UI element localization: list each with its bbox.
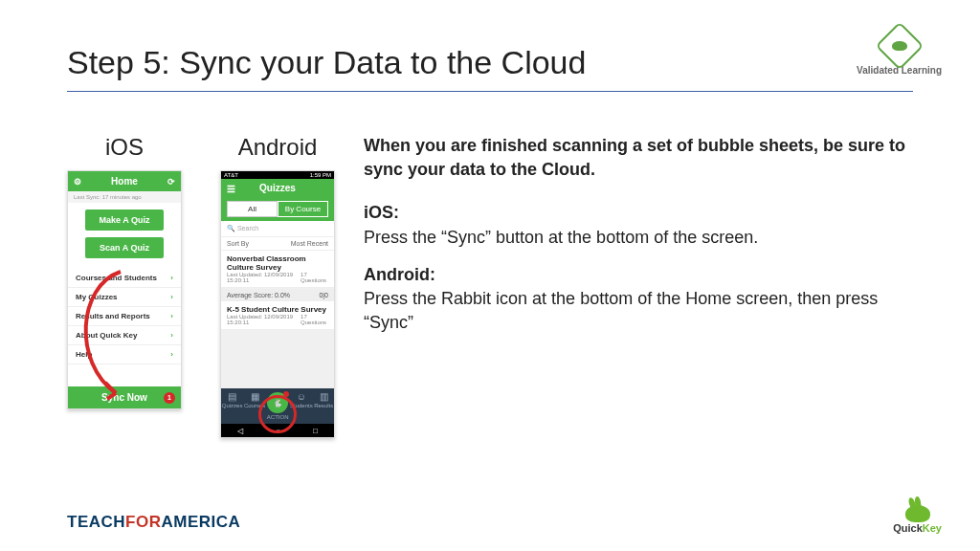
menu-courses[interactable]: Courses and Students› (68, 269, 181, 288)
search-input[interactable]: 🔍 Search (221, 221, 334, 237)
content-area: iOS ⚙ Home ⟳ Last Sync: 17 minutes ago M… (67, 134, 923, 438)
quiz-item[interactable]: Nonverbal Classroom Culture Survey Last … (221, 251, 334, 288)
sort-row[interactable]: Sort By Most Recent (221, 237, 334, 251)
ios-last-sync: Last Sync: 17 minutes ago (68, 191, 181, 203)
android-heading: Android: (364, 263, 923, 287)
ios-instructions: Press the “Sync” button at the bottom of… (364, 226, 923, 250)
home-icon: ○ (276, 427, 280, 435)
refresh-icon: ⟳ (167, 177, 175, 187)
tab-all[interactable]: All (227, 201, 278, 217)
android-system-nav: ◁ ○ □ (221, 424, 334, 437)
gear-icon: ⚙ (74, 177, 81, 187)
ios-navbar: ⚙ Home ⟳ (68, 171, 181, 191)
ios-screenshot: ⚙ Home ⟳ Last Sync: 17 minutes ago Make … (67, 170, 182, 409)
android-tabs: All By Course (221, 197, 334, 221)
sync-badge: 1 (164, 392, 175, 404)
chevron-right-icon: › (170, 350, 173, 359)
make-quiz-button[interactable]: Make A Quiz (85, 209, 164, 231)
nav-results[interactable]: ▥Results (314, 392, 333, 420)
tab-by-course[interactable]: By Course (278, 201, 328, 217)
people-icon: ☺ (297, 392, 306, 402)
menu-my-quizzes[interactable]: My Quizzes› (68, 288, 181, 307)
slide-title: Step 5: Sync your Data to the Cloud (67, 44, 913, 81)
android-navbar-title: Quizzes (259, 183, 296, 193)
slide-header: Step 5: Sync your Data to the Cloud (67, 44, 913, 92)
ios-heading: iOS: (364, 201, 923, 225)
android-column: Android AT&T 1:59 PM ☰ Quizzes All By Co… (220, 134, 335, 438)
phone-screenshots: iOS ⚙ Home ⟳ Last Sync: 17 minutes ago M… (67, 134, 335, 438)
intro-paragraph: When you are finished scanning a set of … (364, 134, 923, 182)
chevron-right-icon: › (170, 293, 173, 301)
average-row: Average Score: 0.0% 0|0 (221, 289, 334, 301)
quiz-item[interactable]: K-5 Student Culture Survey Last Updated:… (221, 301, 334, 330)
android-screenshot: AT&T 1:59 PM ☰ Quizzes All By Course 🔍 S… (220, 170, 335, 438)
teach-for-america-logo: TEACHFORAMERICA (67, 513, 240, 532)
sync-now-button[interactable]: Sync Now 1 (68, 386, 181, 408)
chevron-right-icon: › (170, 331, 173, 340)
menu-results[interactable]: Results and Reports› (68, 307, 181, 326)
menu-help[interactable]: Help› (68, 345, 181, 364)
rabbit-action-icon: 🐇 (267, 392, 288, 413)
clipboard-icon: ▤ (228, 392, 236, 402)
ios-label: iOS (67, 134, 182, 161)
back-icon: ◁ (237, 427, 243, 435)
ios-column: iOS ⚙ Home ⟳ Last Sync: 17 minutes ago M… (67, 134, 182, 438)
nav-action[interactable]: 🐇ACTION (267, 392, 289, 420)
instructions-text: When you are finished scanning a set of … (364, 134, 923, 438)
ios-menu-list: Courses and Students› My Quizzes› Result… (68, 265, 181, 368)
chart-icon: ▥ (320, 392, 328, 402)
nav-students[interactable]: ☺Students (290, 392, 313, 420)
android-instructions: Press the Rabbit icon at the bottom of t… (364, 287, 923, 335)
quickkey-logo: QuickKey (893, 505, 942, 534)
chevron-right-icon: › (170, 312, 173, 320)
ios-navbar-title: Home (111, 176, 138, 187)
menu-about[interactable]: About Quick Key› (68, 326, 181, 345)
android-statusbar: AT&T 1:59 PM (221, 171, 334, 179)
recents-icon: □ (313, 427, 318, 435)
book-icon: ▦ (251, 392, 259, 402)
nav-courses[interactable]: ▦Courses (244, 392, 265, 420)
android-bottom-nav: ▤Quizzes ▦Courses 🐇ACTION ☺Students ▥Res… (221, 388, 334, 424)
hamburger-icon: ☰ (227, 184, 235, 194)
android-navbar: ☰ Quizzes (221, 179, 334, 197)
nav-quizzes[interactable]: ▤Quizzes (222, 392, 243, 420)
chevron-right-icon: › (170, 274, 173, 282)
android-label: Android (220, 134, 335, 161)
rabbit-icon (905, 505, 930, 522)
scan-quiz-button[interactable]: Scan A Quiz (85, 237, 164, 258)
